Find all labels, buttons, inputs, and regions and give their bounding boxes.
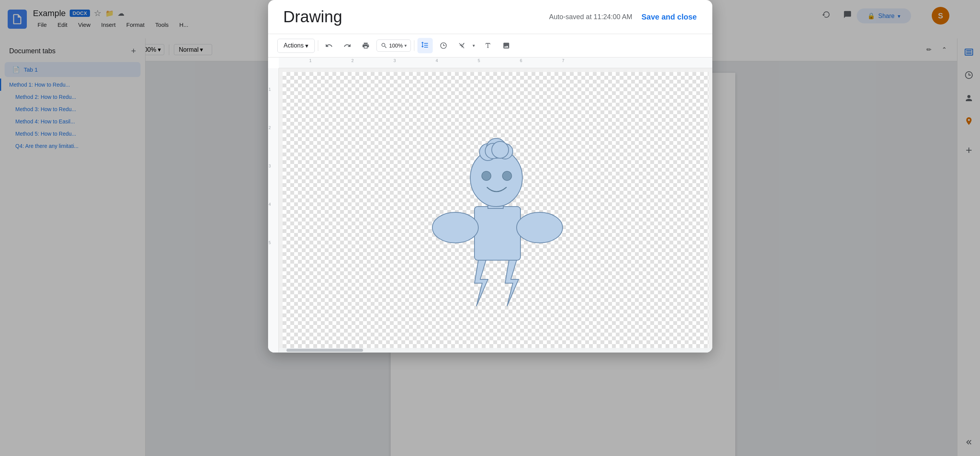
autosave-text: Auto-saved at 11:24:00 AM <box>549 13 632 21</box>
draw-image-btn[interactable] <box>499 38 514 53</box>
draw-select-btn[interactable] <box>417 38 433 53</box>
canvas-background <box>279 68 712 353</box>
draw-undo-btn[interactable] <box>321 38 337 53</box>
ruler-v-label-1: 1 <box>269 87 271 92</box>
drawing-title: Drawing <box>283 8 342 26</box>
draw-zoom-chevron-icon: ▾ <box>404 43 407 48</box>
draw-sep-2 <box>414 40 414 51</box>
ruler-vertical: 1 2 3 4 5 <box>268 68 279 353</box>
ruler-label-4: 4 <box>436 58 438 63</box>
draw-line-dropdown[interactable]: ▾ <box>470 38 477 53</box>
draw-redo-btn[interactable] <box>340 38 355 53</box>
svg-left-arm <box>432 212 478 243</box>
drawing-svg-container <box>283 72 708 349</box>
ruler-v-label-4: 4 <box>269 202 271 207</box>
ruler-label-2: 2 <box>352 58 354 63</box>
svg-right-arm <box>517 212 563 243</box>
actions-button[interactable]: Actions ▾ <box>277 39 315 53</box>
svg-hair-5 <box>492 141 509 158</box>
svg-right-leg <box>505 260 519 306</box>
draw-print-btn[interactable] <box>358 38 373 53</box>
h-scrollbar[interactable] <box>279 348 712 353</box>
draw-text-btn[interactable] <box>480 38 496 53</box>
drawing-svg <box>396 92 595 329</box>
ruler-label-1: 1 <box>309 58 312 63</box>
drawing-toolbar: Actions ▾ <box>268 34 712 57</box>
actions-label: Actions <box>284 42 304 49</box>
ruler-horizontal: 1 2 3 4 5 6 7 <box>279 57 712 68</box>
drawing-modal: Drawing Auto-saved at 11:24:00 AM Save a… <box>268 0 712 353</box>
ruler-label-6: 6 <box>520 58 522 63</box>
draw-lasso-btn[interactable] <box>436 38 451 53</box>
svg-left-leg <box>474 260 488 306</box>
svg-left-eye <box>482 171 491 180</box>
canvas-inner[interactable] <box>283 72 708 349</box>
drawing-canvas-area[interactable]: 1 2 3 4 5 6 7 1 2 3 4 5 <box>268 57 712 353</box>
ruler-label-3: 3 <box>394 58 396 63</box>
svg-torso <box>474 207 520 260</box>
save-close-button[interactable]: Save and close <box>641 13 697 21</box>
svg-right-eye <box>502 171 512 180</box>
ruler-v-label-5: 5 <box>269 241 271 245</box>
ruler-v-label-3: 3 <box>269 164 271 168</box>
ruler-label-5: 5 <box>478 58 480 63</box>
ruler-label-7: 7 <box>562 58 564 63</box>
actions-chevron-icon: ▾ <box>305 42 308 49</box>
draw-line-group: ▾ <box>454 38 477 53</box>
modal-header-right: Auto-saved at 11:24:00 AM Save and close <box>549 13 697 21</box>
draw-zoom-value: 100% <box>389 43 403 49</box>
h-scrollbar-thumb[interactable] <box>286 349 363 352</box>
modal-overlay: Drawing Auto-saved at 11:24:00 AM Save a… <box>0 0 980 456</box>
draw-sep-1 <box>318 40 318 51</box>
draw-line-btn[interactable] <box>454 38 470 53</box>
draw-zoom-selector[interactable]: 100% ▾ <box>376 39 411 52</box>
ruler-v-label-2: 2 <box>269 126 271 130</box>
drawing-modal-header: Drawing Auto-saved at 11:24:00 AM Save a… <box>268 0 712 34</box>
